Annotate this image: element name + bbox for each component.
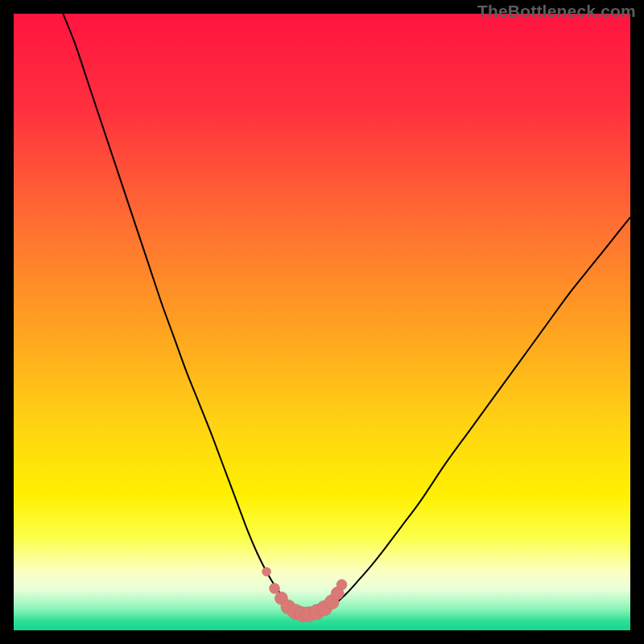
highlight-dot [270, 583, 280, 593]
highlight-dot [262, 568, 271, 576]
chart-svg [14, 14, 630, 630]
outer-black-frame: TheBottleneck.com [0, 0, 644, 644]
chart-plot-area [14, 14, 630, 630]
highlight-dot [336, 580, 347, 590]
heatmap-background [14, 14, 630, 630]
watermark-text: TheBottleneck.com [477, 2, 636, 21]
